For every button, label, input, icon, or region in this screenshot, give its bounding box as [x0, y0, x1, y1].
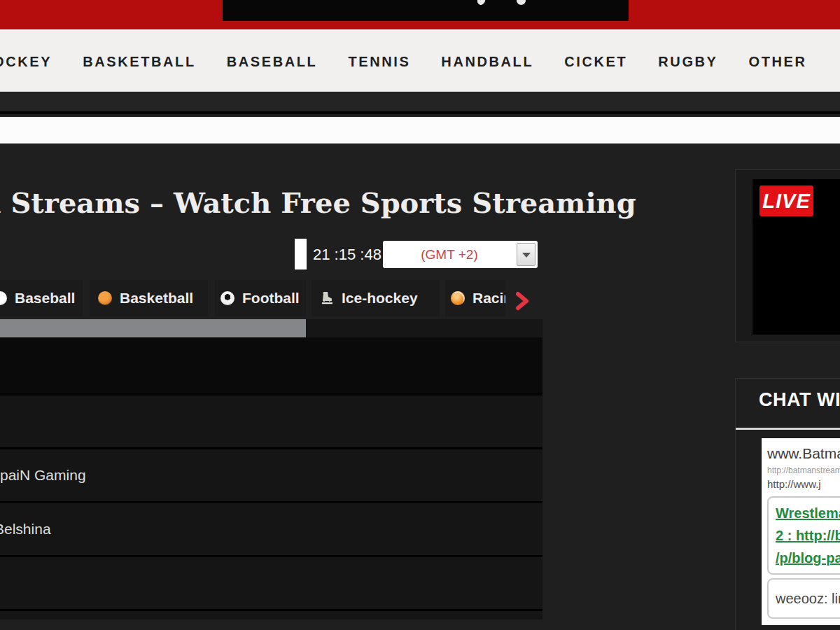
chat-title-underline [736, 428, 840, 430]
tab-label: Football [242, 290, 300, 307]
basketball-icon [98, 291, 112, 305]
nav-item-basketball[interactable]: BASKETBALL [83, 54, 196, 70]
match-row[interactable] [0, 609, 542, 620]
nav-list: HOCKEY BASKETBALL BASEBALL TENNIS HANDBA… [0, 31, 807, 92]
tab-ice-hockey[interactable]: Ice-hockey [312, 280, 440, 316]
page-title: Batman Streams – Watch Free Sports Strea… [0, 186, 636, 219]
ice-skate-icon [320, 291, 334, 305]
racing-helmet-icon [451, 291, 465, 305]
match-list: paiN Gaming Belshina [0, 393, 542, 620]
chevron-down-icon[interactable] [517, 243, 536, 266]
baseball-icon [0, 291, 7, 305]
chat-message-pinned: Wrestlemania 2 : http://batman /p/blog-p… [767, 496, 840, 575]
match-row[interactable]: paiN Gaming [0, 447, 542, 501]
chat-title: CHAT WITH US [759, 389, 840, 411]
match-name: paiN Gaming [0, 467, 86, 484]
live-video-widget: LIVE [735, 169, 840, 342]
tab-label: Basketball [120, 290, 193, 307]
nav-item-baseball[interactable]: BASEBALL [227, 54, 318, 70]
chat-message: weeooz: link [767, 578, 840, 619]
nav-item-cicket[interactable]: CICKET [564, 54, 627, 70]
clock-widget-block [295, 239, 307, 270]
tab-racing[interactable]: Racing [445, 280, 505, 316]
tab-label: Baseball [15, 290, 75, 307]
chat-link[interactable]: /p/blog-page [776, 547, 840, 569]
tabs-scrollbar-track[interactable] [0, 319, 542, 337]
nav-item-other[interactable]: OTHER [749, 54, 807, 70]
site-header [0, 0, 840, 29]
listing-header-block [0, 337, 542, 393]
tabs-scrollbar-thumb[interactable] [0, 319, 306, 337]
timezone-select[interactable]: (GMT +2) [383, 241, 538, 268]
chat-url-line[interactable]: http://batmanstream [767, 465, 840, 475]
nav-item-handball[interactable]: HANDBALL [441, 54, 533, 70]
logo-glyph-dot [476, 0, 486, 6]
chevron-right-icon[interactable] [513, 291, 531, 311]
main-content: Batman Streams – Watch Free Sports Strea… [0, 144, 840, 630]
tab-baseball[interactable]: Baseball [0, 280, 83, 316]
live-badge: LIVE [760, 186, 813, 216]
page-gap [0, 117, 840, 144]
tab-basketball[interactable]: Basketball [90, 280, 208, 316]
tab-label: Ice-hockey [342, 290, 418, 307]
chat-link[interactable]: Wrestlemania [776, 502, 840, 524]
tab-football[interactable]: Football [215, 280, 306, 316]
timezone-selected-value: (GMT +2) [383, 241, 516, 268]
football-icon [220, 291, 234, 305]
chat-messages: www.BatmanStream http://batmanstream htt… [762, 438, 840, 625]
chat-welcome-line: www.BatmanStream [767, 445, 840, 462]
video-player[interactable]: LIVE [752, 179, 840, 335]
tab-label: Racing [472, 290, 505, 307]
logo-glyph-dot [517, 0, 526, 5]
match-row[interactable] [0, 393, 542, 447]
nav-item-tennis[interactable]: TENNIS [348, 54, 410, 70]
chat-link[interactable]: 2 : http://batman [776, 524, 840, 547]
site-logo[interactable] [223, 0, 629, 21]
nav-item-hockey[interactable]: HOCKEY [0, 54, 52, 70]
match-row[interactable] [0, 555, 542, 609]
match-name: Belshina [0, 521, 51, 538]
page: HOCKEY BASKETBALL BASEBALL TENNIS HANDBA… [0, 0, 840, 630]
sports-navbar: HOCKEY BASKETBALL BASEBALL TENNIS HANDBA… [0, 29, 840, 92]
match-row[interactable]: Belshina [0, 501, 542, 555]
sub-header-strip [0, 92, 840, 114]
chat-url-line[interactable]: http://www.j [767, 478, 840, 490]
nav-item-rugby[interactable]: RUGBY [658, 54, 718, 70]
clock-time: 21 :15 :48 [313, 246, 382, 264]
